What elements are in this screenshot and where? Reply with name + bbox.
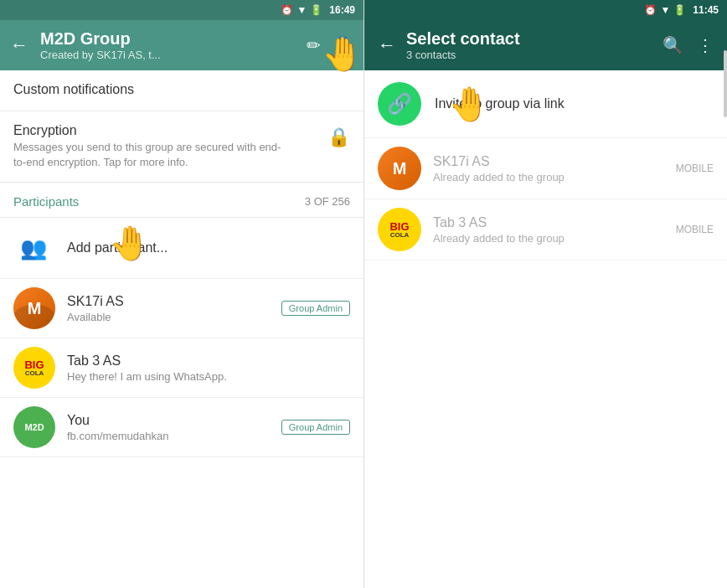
left-back-button[interactable]: ← <box>10 34 28 56</box>
group-admin-badge-you: Group Admin <box>281 420 350 435</box>
r-contact-sub-tab3: Already added to the group <box>433 232 664 245</box>
left-content: Custom notifications Encryption Messages… <box>0 70 364 588</box>
r-contact-info-tab3: Tab 3 AS Already added to the group <box>433 215 664 245</box>
encryption-description: Messages you send to this group are secu… <box>13 140 281 170</box>
contact-name-tab3: Tab 3 AS <box>67 353 350 369</box>
right-toolbar: ← Select contact 3 contacts 🔍 ⋮ <box>364 20 727 70</box>
right-wifi-icon: ▼ <box>660 4 670 16</box>
big-cola-logo: BIG COLA <box>24 359 44 377</box>
left-status-bar: ⏰ ▼ 🔋 16:49 <box>0 0 364 20</box>
left-time: 16:49 <box>329 4 355 16</box>
invite-avatar: 🔗 <box>378 82 421 126</box>
left-group-subtitle: Created by SK17i AS, t... <box>40 49 298 61</box>
r-contact-name-tab3: Tab 3 AS <box>433 215 664 230</box>
lock-icon: 🔒 <box>327 126 350 148</box>
r-contact-name-sk17: SK17i AS <box>433 154 664 169</box>
right-title-block: Select contact 3 contacts <box>406 29 652 61</box>
right-alarm-icon: ⏰ <box>644 4 657 16</box>
contact-status-tab3: Hey there! I am using WhatsApp. <box>67 370 350 383</box>
edit-icon[interactable] <box>307 35 321 55</box>
encryption-title: Encryption <box>13 123 281 138</box>
r-mobile-badge-tab3: MOBILE <box>676 224 714 235</box>
contact-name-you: You <box>67 413 270 428</box>
contact-status-sk17: Available <box>67 311 270 323</box>
search-icon[interactable]: 🔍 <box>663 35 683 55</box>
r-big-cola-logo: BIG COLA <box>389 221 409 239</box>
alarm-icon: ⏰ <box>281 4 293 16</box>
custom-notifications-title: Custom notifications <box>13 82 350 97</box>
r-contact-row-tab3: BIG COLA Tab 3 AS Already added to the g… <box>364 199 727 260</box>
left-panel: ⏰ ▼ 🔋 16:49 ← M2D Group Created by SK17i… <box>0 0 364 588</box>
add-person-icon[interactable]: 👤 <box>333 35 353 55</box>
r-avatar-tab3: BIG COLA <box>378 208 421 251</box>
left-toolbar: ← M2D Group Created by SK17i AS, t... 👤 … <box>0 20 364 70</box>
contact-row-sk17[interactable]: M SK17i AS Available Group Admin <box>0 279 364 338</box>
r-contact-row-sk17: M SK17i AS Already added to the group MO… <box>364 138 727 199</box>
left-title-block: M2D Group Created by SK17i AS, t... <box>40 29 298 61</box>
left-status-icons: ⏰ ▼ 🔋 16:49 <box>281 4 355 16</box>
right-time: 11:45 <box>693 4 719 16</box>
contact-row-you[interactable]: M2D You fb.com/memudahkan Group Admin <box>0 398 364 457</box>
r-avatar-sk17: M <box>378 147 421 190</box>
left-group-title[interactable]: M2D Group <box>40 29 298 49</box>
encryption-section[interactable]: Encryption Messages you send to this gro… <box>0 111 364 183</box>
right-contacts-count: 3 contacts <box>406 49 652 61</box>
participants-header: Participants 3 OF 256 <box>0 183 364 218</box>
right-screen-title: Select contact <box>406 29 652 49</box>
avatar-you: M2D <box>13 406 55 448</box>
r-mobile-badge-sk17: MOBILE <box>676 162 714 174</box>
sk17-avatar-letter: M <box>28 299 42 318</box>
add-participant-icon: 👥 <box>13 228 54 268</box>
participants-count: 3 OF 256 <box>305 195 350 208</box>
encryption-text-block: Encryption Messages you send to this gro… <box>13 123 281 170</box>
more-options-icon[interactable]: ⋮ <box>697 35 714 55</box>
avatar-tab3: BIG COLA <box>13 347 55 389</box>
right-battery-icon: 🔋 <box>673 4 686 16</box>
custom-notifications-section[interactable]: Custom notifications <box>0 70 364 111</box>
wifi-icon: ▼ <box>296 4 307 16</box>
right-back-button[interactable]: ← <box>378 34 396 56</box>
battery-icon: 🔋 <box>310 4 322 16</box>
r-sk17-letter: M <box>393 159 407 178</box>
r-contact-sub-sk17: Already added to the group <box>433 171 664 183</box>
contact-info-tab3: Tab 3 AS Hey there! I am using WhatsApp. <box>67 353 350 383</box>
r-contact-info-sk17: SK17i AS Already added to the group <box>433 154 664 183</box>
avatar-sk17: M <box>13 287 55 329</box>
left-toolbar-icons: 👤 <box>307 35 353 55</box>
invite-row[interactable]: 🔗 Invite to group via link 🤚 <box>364 70 727 138</box>
participants-label: Participants <box>13 194 79 209</box>
contact-info-sk17: SK17i AS Available <box>67 294 270 323</box>
contact-row-tab3[interactable]: BIG COLA Tab 3 AS Hey there! I am using … <box>0 338 364 398</box>
invite-text: Invite to group via link <box>435 96 565 111</box>
add-participant-text: Add participant... <box>67 240 168 255</box>
right-status-icons: ⏰ ▼ 🔋 11:45 <box>644 4 719 16</box>
group-admin-badge-sk17: Group Admin <box>281 301 350 316</box>
contact-status-you: fb.com/memudahkan <box>67 430 270 442</box>
right-status-bar: ⏰ ▼ 🔋 11:45 <box>364 0 727 20</box>
link-icon: 🔗 <box>387 92 412 116</box>
contact-info-you: You fb.com/memudahkan <box>67 413 270 442</box>
right-panel: ⏰ ▼ 🔋 11:45 ← Select contact 3 contacts … <box>364 0 727 588</box>
right-toolbar-icons: 🔍 ⋮ <box>663 35 714 55</box>
add-participant-row[interactable]: 👥 Add participant... 🤚 <box>0 218 364 279</box>
right-content: 🔗 Invite to group via link 🤚 M SK17i AS … <box>364 70 727 588</box>
contact-name-sk17: SK17i AS <box>67 294 270 309</box>
